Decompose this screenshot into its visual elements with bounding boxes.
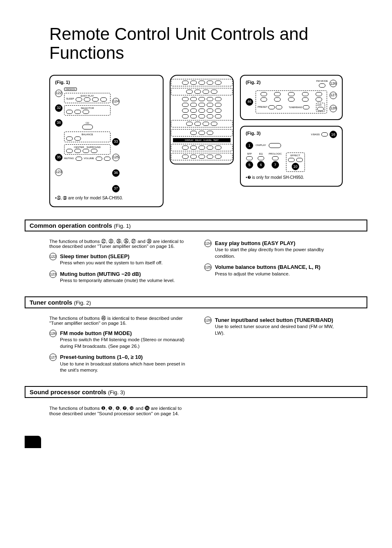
figure-1-note: •㉟, ㊱ are only for model SA-CH950. (55, 196, 158, 201)
figure-2: (Fig. 2) FM MODE 126 46 PRESET TUNER/BAN… (240, 75, 343, 120)
sound-intro: The functions of buttons ❶, ❺, ❻, ❼, ❿ a… (49, 405, 188, 416)
figures-row: (Fig. 1) 122 32 38 35 123 DESIGN EASY PL… (49, 75, 343, 207)
callout-16: 16 (330, 131, 337, 138)
callout-46: 46 (246, 98, 253, 106)
section-common-heading: Common operation controls (Fig. 1) (25, 220, 367, 231)
label-eq: EQ (259, 153, 263, 155)
callout-123: 123 (55, 169, 62, 176)
btn (84, 97, 90, 102)
label-vbass: V.BASS (311, 133, 320, 136)
label-onplay: ON/PLAY (256, 144, 266, 147)
label-tunerband: TUNER/BAND (289, 106, 302, 109)
label-surround: SURROUND (87, 146, 101, 149)
page-corner-mark (25, 436, 41, 448)
callout-36: 36 (112, 169, 120, 177)
label-selector: SELECTOR (66, 107, 108, 110)
label-effect: EFFECT (291, 154, 300, 157)
label-volume: VOLUME (84, 157, 94, 160)
figure-1-label: (Fig. 1) (55, 80, 158, 85)
entry-127: 127 Preset-tuning buttons (1–0, ≥ 10)Use… (49, 354, 188, 374)
remote-display: DISPLAY DELAY S.LEVEL TEST (173, 138, 231, 142)
label-prologic: PROLOGIC (269, 153, 282, 155)
callout-128: 128 (330, 105, 337, 112)
entry-125: 125 Volume balance buttons (BALANCE, L, … (204, 264, 343, 277)
label-muting: MUTING (64, 157, 74, 160)
selector-group: SELECTOR (64, 105, 111, 116)
section-sound-heading: Sound processor controls (Fig. 3) (25, 386, 367, 398)
callout-7: 7 (272, 161, 279, 169)
label-easyplay: EASY PLAY (66, 95, 108, 97)
label-center: CENTER (74, 146, 84, 149)
label-preset: PRESET (258, 106, 267, 109)
callout-38: 38 (55, 119, 62, 127)
label-z10: ≥10 (317, 104, 321, 106)
figure-2-label: (Fig. 2) (246, 80, 261, 85)
label-sleep: SLEEP (66, 97, 74, 102)
entry-128: 128 Tuner input/band select button (TUNE… (204, 317, 343, 337)
entry-122: 122 Sleep timer button (SLEEP)Press when… (49, 253, 188, 266)
callout-32: 32 (55, 104, 62, 112)
entry-124: 124 Easy play buttons (EASY PLAY)Use to … (204, 240, 343, 260)
common-intro: The functions of buttons ㉜, ㉝, ㉟, ㊱, ㊲ a… (49, 239, 188, 249)
remote-full: DISPLAY DELAY S.LEVEL TEST (170, 75, 234, 164)
center-surround-group: CENTER SURROUND (64, 144, 111, 155)
figure-1: (Fig. 1) 122 32 38 35 123 DESIGN EASY PL… (49, 75, 164, 207)
label-balance: BALANCE (66, 133, 108, 136)
callout-35: 35 (55, 154, 62, 161)
entry-126: 126 FM mode button (FM MODE)Press to swi… (49, 330, 188, 350)
btn (100, 97, 107, 102)
label-sfp: SFP (247, 153, 252, 155)
figure-3-label: (Fig. 3) (246, 131, 261, 136)
callout-5: 5 (246, 161, 253, 169)
callout-126: 126 (330, 80, 337, 87)
balance-group: BALANCE (64, 132, 111, 142)
page-title: Remote Control Unit Controls and Functio… (49, 25, 367, 62)
section-tuner-heading: Tuner controls (Fig. 2) (25, 296, 367, 308)
btn (92, 97, 99, 102)
design-badge: DESIGN (64, 88, 77, 91)
callout-125: 125 (112, 154, 120, 161)
easyplay-group: EASY PLAY SLEEP (64, 93, 111, 103)
callout-1: 1 (246, 142, 253, 149)
callout-37: 37 (112, 185, 120, 192)
callout-127: 127 (330, 92, 337, 99)
btn (76, 97, 82, 102)
callout-10: 10 (292, 163, 299, 170)
callout-124: 124 (112, 98, 120, 105)
figure-3: (Fig. 3) V.BASS 16 1 ON/PLAY SFP 5 (240, 126, 343, 187)
label-cd: CD (64, 122, 111, 125)
callout-122: 122 (55, 90, 62, 97)
callout-33: 33 (112, 138, 120, 146)
btn (82, 125, 93, 129)
entry-123: 123 Muting button (MUTING −20 dB)Press t… (49, 271, 188, 284)
tuner-intro: The functions of buttons ㊻ is identical … (49, 316, 188, 326)
callout-6: 6 (257, 161, 265, 169)
figure-3-note: •❼ is only for model SH-CH950. (246, 175, 337, 180)
label-fmmode: FM MODE (316, 80, 328, 82)
